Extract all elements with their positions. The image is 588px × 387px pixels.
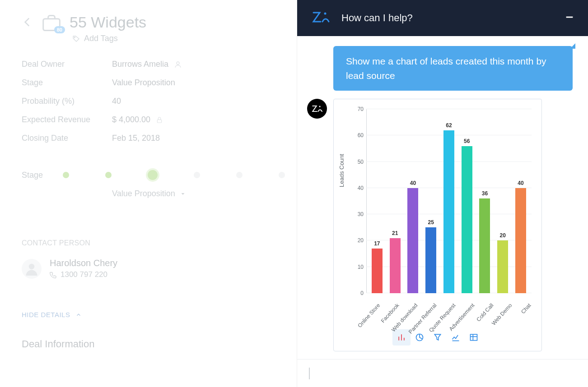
chat-area: Show me a chart of leads created this mo… xyxy=(297,36,588,359)
svg-rect-12 xyxy=(471,334,477,340)
contact-section-title: CONTACT PERSON xyxy=(22,239,275,247)
stage-value: Value Proposition xyxy=(112,78,175,88)
stage-select[interactable]: Value Proposition xyxy=(112,189,275,198)
svg-point-2 xyxy=(177,62,179,64)
y-tick: 0 xyxy=(360,290,364,296)
y-tick: 60 xyxy=(358,132,364,138)
person-icon xyxy=(174,60,182,69)
user-message-bubble: Show me a chart of leads created this mo… xyxy=(333,46,573,91)
bar-value-label: 25 xyxy=(428,219,434,226)
svg-point-7 xyxy=(319,106,321,107)
chart-toolbar xyxy=(338,329,537,346)
bar-value-label: 56 xyxy=(464,138,470,144)
stage-dot[interactable] xyxy=(279,172,285,178)
hide-details-label: HIDE DETAILS xyxy=(22,311,70,318)
owner-value: Burrows Amelia xyxy=(112,60,168,69)
chart-bar[interactable]: 17 xyxy=(371,240,383,293)
input-cursor xyxy=(309,368,310,379)
bar-value-label: 21 xyxy=(392,230,398,236)
stage-dot[interactable] xyxy=(194,172,200,178)
x-tick-label: Chat xyxy=(520,302,532,315)
zia-header: How can I help? xyxy=(297,0,588,36)
back-icon[interactable] xyxy=(22,16,33,30)
zia-assistant-panel: How can I help? Show me a chart of leads… xyxy=(297,0,588,387)
stage-dot[interactable] xyxy=(63,172,69,178)
svg-rect-3 xyxy=(157,120,161,123)
stage-progress-label: Stage xyxy=(22,170,43,180)
y-tick: 50 xyxy=(358,159,364,165)
deal-badge: 80 xyxy=(54,26,65,33)
bar-value-label: 62 xyxy=(446,122,452,129)
leads-chart: Leads Count 010203040506070 172140256256… xyxy=(341,106,535,299)
closing-value: Feb 15, 2018 xyxy=(112,134,160,143)
contact-name[interactable]: Haroldson Chery xyxy=(50,258,117,268)
bar-value-label: 36 xyxy=(482,190,488,197)
deal-title: 55 Widgets xyxy=(70,14,146,31)
contact-phone[interactable]: 1300 797 220 xyxy=(61,270,107,279)
probability-value: 40 xyxy=(112,97,121,106)
zia-logo-icon xyxy=(311,9,331,27)
stage-dot[interactable] xyxy=(105,172,112,178)
deal-icon: 80 xyxy=(42,14,61,32)
revenue-value: $ 4,000.00 xyxy=(112,115,150,124)
closing-label: Closing Date xyxy=(22,134,112,143)
bar-value-label: 40 xyxy=(518,180,523,186)
user-message-text: Show me a chart of leads created this mo… xyxy=(346,56,546,81)
stage-dot-current[interactable] xyxy=(148,170,158,180)
lock-icon xyxy=(156,116,163,124)
x-tick-label: Cold Call xyxy=(475,302,495,323)
deal-info-heading: Deal Information xyxy=(22,338,275,350)
minimize-button[interactable] xyxy=(565,11,574,25)
stage-label: Stage xyxy=(22,78,112,88)
hide-details-toggle[interactable]: HIDE DETAILS xyxy=(22,311,275,318)
revenue-label: Expected Revenue xyxy=(22,115,112,124)
y-tick: 10 xyxy=(358,264,364,270)
bar-value-label: 17 xyxy=(374,240,380,247)
svg-point-5 xyxy=(324,13,327,15)
contact-avatar[interactable] xyxy=(22,259,42,279)
x-tick-label: Online Store xyxy=(356,302,381,329)
chart-bar[interactable]: 62 xyxy=(443,122,455,293)
deal-detail-pane: 80 55 Widgets Add Tags Deal Owner Burrow… xyxy=(0,0,297,387)
y-tick: 30 xyxy=(358,211,364,217)
chevron-down-icon xyxy=(180,191,186,197)
y-tick: 40 xyxy=(358,185,364,191)
chart-card: Leads Count 010203040506070 172140256256… xyxy=(333,99,542,351)
chart-bar[interactable]: 40 xyxy=(514,180,527,293)
y-tick: 70 xyxy=(358,106,364,112)
zia-header-title: How can I help? xyxy=(341,12,413,24)
zia-avatar-icon xyxy=(307,99,327,119)
svg-point-1 xyxy=(74,37,75,38)
chevron-up-icon xyxy=(75,312,82,318)
add-tags-label: Add Tags xyxy=(84,34,118,43)
owner-label: Deal Owner xyxy=(22,60,112,69)
bar-value-label: 40 xyxy=(410,180,416,186)
stage-select-value: Value Proposition xyxy=(112,189,175,198)
y-tick: 20 xyxy=(358,237,364,244)
phone-icon xyxy=(50,271,57,278)
chart-type-table-button[interactable] xyxy=(465,329,483,346)
probability-label: Probability (%) xyxy=(22,97,112,106)
bar-value-label: 20 xyxy=(500,232,506,239)
chart-bar[interactable]: 25 xyxy=(425,219,437,293)
chart-bar[interactable]: 20 xyxy=(496,232,509,293)
chart-bar[interactable]: 56 xyxy=(461,138,473,293)
add-tags-button[interactable]: Add Tags xyxy=(72,34,146,43)
stage-dot[interactable] xyxy=(236,172,243,178)
chart-bar[interactable]: 40 xyxy=(406,180,419,293)
chart-bar[interactable]: 21 xyxy=(389,230,401,293)
chart-type-line-button[interactable] xyxy=(447,329,465,346)
svg-point-4 xyxy=(29,263,35,269)
chart-bar[interactable]: 36 xyxy=(478,190,491,293)
stage-progress-track[interactable] xyxy=(63,170,285,180)
zia-input[interactable] xyxy=(297,359,588,387)
